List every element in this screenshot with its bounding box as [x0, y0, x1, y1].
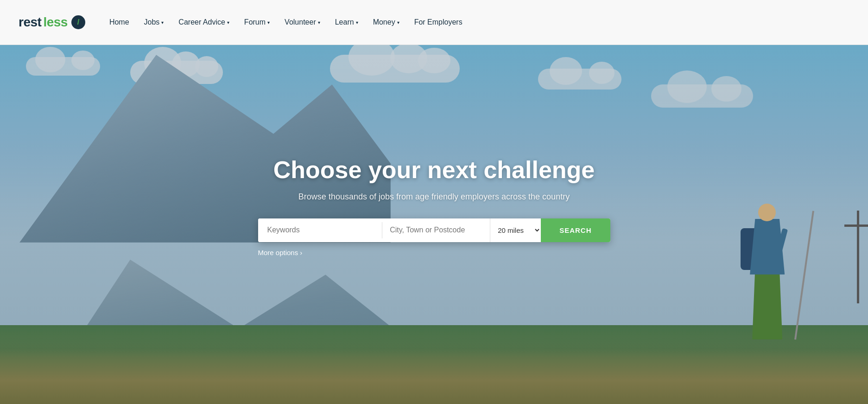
logo-icon: [71, 15, 85, 29]
chevron-down-icon: ▾: [318, 20, 320, 25]
radius-select[interactable]: 5 miles10 miles15 miles20 miles30 miles5…: [490, 218, 541, 242]
nav-label-money: Money: [373, 18, 395, 26]
hero-title: Choose your next challenge: [273, 156, 595, 184]
hero-section: Choose your next challenge Browse thousa…: [0, 45, 868, 404]
chevron-right-icon: ›: [300, 249, 302, 257]
nav-item-jobs[interactable]: Jobs▾: [139, 14, 170, 30]
nav-label-jobs: Jobs: [144, 18, 160, 26]
chevron-down-icon: ▾: [397, 20, 399, 25]
hero-content: Choose your next challenge Browse thousa…: [0, 45, 868, 404]
chevron-down-icon: ▾: [356, 20, 358, 25]
chevron-down-icon: ▾: [267, 20, 270, 25]
nav-label-volunteer: Volunteer: [285, 18, 316, 26]
nav-item-for-employers[interactable]: For Employers: [409, 14, 468, 30]
nav-item-forum[interactable]: Forum▾: [239, 14, 275, 30]
nav-label-career-advice: Career Advice: [178, 18, 225, 26]
header: rest less HomeJobs▾Career Advice▾Forum▾V…: [0, 0, 868, 45]
chevron-down-icon: ▾: [227, 20, 229, 25]
nav-label-forum: Forum: [244, 18, 266, 26]
nav-label-home: Home: [109, 18, 129, 26]
nav-label-for-employers: For Employers: [414, 18, 463, 26]
nav-item-volunteer[interactable]: Volunteer▾: [279, 14, 326, 30]
nav-item-money[interactable]: Money▾: [367, 14, 405, 30]
nav-item-learn[interactable]: Learn▾: [329, 14, 364, 30]
location-input[interactable]: [382, 218, 490, 242]
search-button[interactable]: SEARCH: [541, 218, 610, 242]
nav-label-learn: Learn: [335, 18, 354, 26]
nav-item-career-advice[interactable]: Career Advice▾: [173, 14, 235, 30]
logo-less: less: [43, 15, 68, 30]
chevron-down-icon: ▾: [161, 20, 164, 25]
nav-item-home[interactable]: Home: [104, 14, 135, 30]
main-nav: HomeJobs▾Career Advice▾Forum▾Volunteer▾L…: [104, 14, 849, 30]
more-options-link[interactable]: More options ›: [258, 249, 303, 257]
logo-rest: rest: [19, 15, 41, 30]
logo[interactable]: rest less: [19, 15, 85, 30]
more-options-label: More options: [258, 249, 298, 257]
keywords-input[interactable]: [258, 218, 382, 242]
search-bar: 5 miles10 miles15 miles20 miles30 miles5…: [258, 218, 610, 242]
hero-subtitle: Browse thousands of jobs from age friend…: [298, 192, 570, 202]
